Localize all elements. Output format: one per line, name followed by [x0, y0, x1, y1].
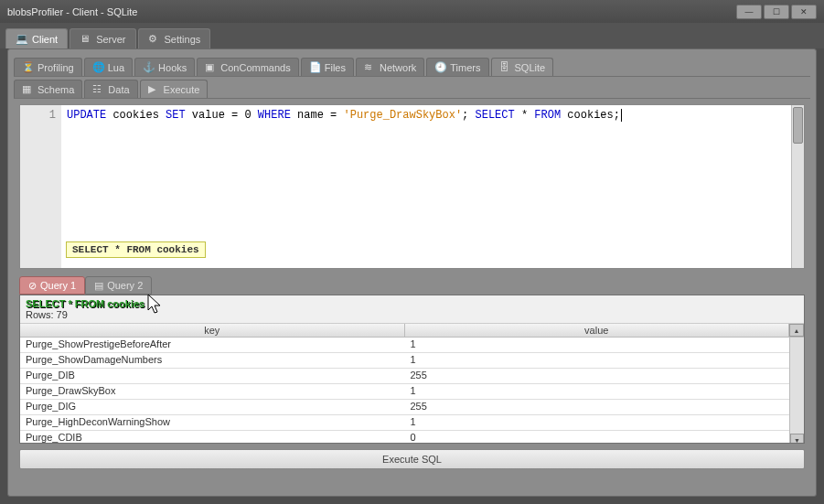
query-ok-icon: ▤ — [94, 280, 103, 292]
anchor-icon: ⚓ — [143, 61, 155, 73]
result-tab-query1[interactable]: ⊘ Query 1 — [19, 276, 85, 295]
table-row[interactable]: Purge_ShowDamageNumbers1 — [20, 353, 789, 369]
execute-sql-button[interactable]: Execute SQL — [19, 449, 805, 469]
results-row-count: Rows: 79 — [26, 309, 798, 320]
minimize-button[interactable]: — — [736, 5, 762, 19]
network-icon: ≋ — [364, 61, 376, 73]
tab-sqlite[interactable]: 🗄 SQLite — [491, 58, 554, 76]
tab-label: Client — [32, 34, 58, 45]
tab-label: Profiling — [37, 62, 74, 73]
tab-files[interactable]: 📄 Files — [301, 58, 354, 76]
table-scrollbar[interactable]: ▼ — [789, 338, 804, 443]
tab-settings[interactable]: ⚙ Settings — [138, 28, 211, 48]
results-header: SELECT * FROM cookies Rows: 79 — [20, 295, 804, 324]
module-tab-bar: ⏳ Profiling 🌐 Lua ⚓ Hooks ▣ ConCommands … — [14, 55, 810, 77]
tab-label: Hooks — [158, 62, 187, 73]
sql-area: 1 UPDATE cookies SET value = 0 WHERE nam… — [19, 104, 805, 485]
main-content: ⏳ Profiling 🌐 Lua ⚓ Hooks ▣ ConCommands … — [7, 48, 817, 497]
tab-label: Schema — [37, 84, 74, 95]
scroll-thumb[interactable] — [793, 107, 803, 144]
schema-icon: ▦ — [22, 83, 34, 95]
query-tooltip: SELECT * FROM cookies — [66, 241, 206, 258]
results-table: key value ▲ Purge_ShowPrestigeBeforeAfte… — [20, 324, 804, 443]
tab-lua[interactable]: 🌐 Lua — [84, 58, 133, 76]
scroll-down-button[interactable]: ▼ — [790, 434, 804, 443]
sql-editor[interactable]: 1 UPDATE cookies SET value = 0 WHERE nam… — [19, 104, 805, 269]
close-button[interactable]: ✕ — [791, 5, 817, 19]
tab-label: Timers — [450, 62, 480, 73]
terminal-icon: ▣ — [205, 61, 217, 73]
tab-label: Data — [108, 84, 129, 95]
table-row[interactable]: Purge_DrawSkyBox1 — [20, 384, 789, 400]
tab-label: Network — [380, 62, 416, 73]
settings-icon: ⚙ — [148, 33, 160, 45]
table-row[interactable]: Purge_DIG255 — [20, 400, 789, 415]
window-title: blobsProfiler - Client - SQLite — [7, 6, 137, 17]
tab-data[interactable]: ☷ Data — [84, 80, 137, 98]
line-gutter: 1 — [20, 105, 61, 268]
results-query-text: SELECT * FROM cookies — [26, 298, 798, 309]
tab-label: ConCommands — [220, 62, 290, 73]
play-icon: ▶ — [148, 83, 160, 95]
sqlite-tab-bar: ▦ Schema ☷ Data ▶ Execute — [14, 77, 810, 99]
client-icon: 💻 — [16, 33, 27, 45]
tab-label: Query 2 — [107, 280, 143, 291]
tab-server[interactable]: 🖥 Server — [70, 28, 135, 48]
files-icon: 📄 — [309, 61, 321, 73]
sqlite-panel: ▦ Schema ☷ Data ▶ Execute 1 UPDATE cooki… — [14, 77, 810, 490]
line-number: 1 — [20, 109, 56, 122]
tab-label: SQLite — [515, 62, 546, 73]
query-error-icon: ⊘ — [28, 280, 37, 292]
execute-label: Execute SQL — [382, 454, 442, 465]
server-icon: 🖥 — [80, 33, 91, 45]
hourglass-icon: ⏳ — [22, 61, 34, 73]
tab-profiling[interactable]: ⏳ Profiling — [14, 58, 82, 76]
tab-execute[interactable]: ▶ Execute — [140, 80, 209, 98]
table-row[interactable]: Purge_DIB255 — [20, 369, 789, 384]
tab-label: Query 1 — [40, 280, 76, 291]
tab-concommands[interactable]: ▣ ConCommands — [197, 58, 298, 76]
table-rows[interactable]: Purge_ShowPrestigeBeforeAfter1 Purge_Sho… — [20, 338, 789, 443]
table-row[interactable]: Purge_CDIB0 — [20, 431, 789, 443]
result-tab-bar: ⊘ Query 1 ▤ Query 2 — [19, 274, 805, 295]
tab-label: Server — [96, 34, 125, 45]
table-row[interactable]: Purge_ShowPrestigeBeforeAfter1 — [20, 338, 789, 353]
tab-label: Execute — [164, 84, 200, 95]
tab-label: Settings — [165, 34, 201, 45]
titlebar[interactable]: blobsProfiler - Client - SQLite — ☐ ✕ — [0, 0, 824, 23]
db-icon: 🗄 — [499, 61, 511, 73]
tab-label: Lua — [108, 62, 124, 73]
tab-network[interactable]: ≋ Network — [356, 58, 424, 76]
editor-scrollbar[interactable] — [791, 105, 804, 268]
tab-client[interactable]: 💻 Client — [5, 28, 68, 48]
results-panel: SELECT * FROM cookies Rows: 79 key value… — [19, 295, 805, 444]
tab-hooks[interactable]: ⚓ Hooks — [134, 58, 195, 76]
result-tab-query2[interactable]: ▤ Query 2 — [85, 276, 152, 295]
tab-label: Files — [325, 62, 346, 73]
column-header-value[interactable]: value — [405, 324, 790, 337]
column-header-key[interactable]: key — [20, 324, 405, 337]
table-header: key value ▲ — [20, 324, 804, 338]
clock-icon: 🕘 — [434, 61, 446, 73]
tab-timers[interactable]: 🕘 Timers — [426, 58, 488, 76]
maximize-button[interactable]: ☐ — [764, 5, 789, 19]
scroll-up-button[interactable]: ▲ — [789, 324, 804, 337]
data-icon: ☷ — [92, 83, 104, 95]
main-tab-bar: 💻 Client 🖥 Server ⚙ Settings — [0, 23, 824, 48]
globe-icon: 🌐 — [92, 61, 104, 73]
table-row[interactable]: Purge_HighDeconWarningShow1 — [20, 415, 789, 431]
tab-schema[interactable]: ▦ Schema — [14, 80, 82, 98]
